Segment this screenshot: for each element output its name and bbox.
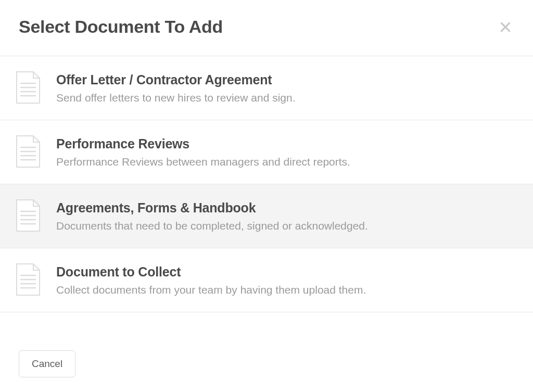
option-text: Agreements, Forms & Handbook Documents t… xyxy=(56,200,368,232)
option-title: Performance Reviews xyxy=(56,136,350,151)
document-icon xyxy=(15,71,42,105)
modal-title: Select Document To Add xyxy=(19,17,223,37)
close-icon xyxy=(499,20,512,34)
modal-footer: Cancel xyxy=(0,336,533,392)
option-title: Document to Collect xyxy=(56,264,366,280)
option-description: Collect documents from your team by havi… xyxy=(56,284,366,296)
cancel-button[interactable]: Cancel xyxy=(19,350,75,377)
document-icon xyxy=(15,263,42,297)
document-icon xyxy=(15,135,42,169)
option-agreements-forms-handbook[interactable]: Agreements, Forms & Handbook Documents t… xyxy=(0,184,533,248)
select-document-modal: Select Document To Add Offer Letter / Co… xyxy=(0,0,533,392)
document-options-list: Offer Letter / Contractor Agreement Send… xyxy=(0,56,533,336)
option-description: Performance Reviews between managers and… xyxy=(56,156,350,168)
option-title: Agreements, Forms & Handbook xyxy=(56,200,368,216)
modal-header: Select Document To Add xyxy=(0,0,533,56)
option-performance-reviews[interactable]: Performance Reviews Performance Reviews … xyxy=(0,120,533,184)
option-offer-letter[interactable]: Offer Letter / Contractor Agreement Send… xyxy=(0,56,533,120)
option-description: Send offer letters to new hires to revie… xyxy=(56,92,296,104)
option-description: Documents that need to be completed, sig… xyxy=(56,220,368,232)
option-text: Performance Reviews Performance Reviews … xyxy=(56,136,350,168)
document-icon xyxy=(15,199,42,233)
option-document-to-collect[interactable]: Document to Collect Collect documents fr… xyxy=(0,248,533,312)
option-title: Offer Letter / Contractor Agreement xyxy=(56,72,296,87)
option-text: Offer Letter / Contractor Agreement Send… xyxy=(56,72,296,104)
close-button[interactable] xyxy=(497,18,514,36)
option-text: Document to Collect Collect documents fr… xyxy=(56,264,366,296)
